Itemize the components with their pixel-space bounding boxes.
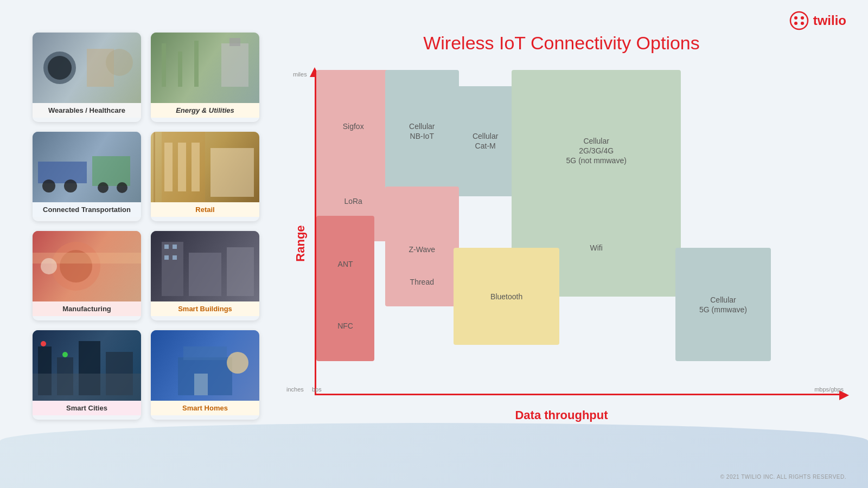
tech-box-nfc: NFC — [316, 290, 374, 361]
tile-transport-label: Connected Transportation — [33, 202, 141, 217]
tile-wearables-image — [33, 33, 141, 103]
tile-smart-homes[interactable]: Smart Homes — [151, 330, 259, 420]
page: twilio Wearables / Healthcare Energy & U… — [0, 0, 868, 488]
tech-box-5g-mmwave: Cellular5G (mmwave) — [675, 248, 770, 361]
y-axis-top-label: miles — [293, 71, 307, 78]
chart-container: Range miles inches Data throughput bps m… — [271, 65, 852, 422]
tile-retail-label: Retail — [151, 202, 259, 217]
x-axis-label: Data throughput — [515, 408, 608, 422]
tile-transport[interactable]: Connected Transportation — [33, 132, 141, 221]
tile-manufacturing[interactable]: Manufacturing — [33, 231, 141, 320]
y-axis-label: Range — [293, 225, 308, 261]
tile-energy[interactable]: Energy & Utilities — [151, 33, 259, 122]
tile-smart-buildings[interactable]: Smart Buildings — [151, 231, 259, 320]
tile-smart-homes-label: Smart Homes — [151, 401, 259, 415]
tech-box-nb-iot: CellularNB-IoT — [385, 70, 459, 193]
tile-smart-cities[interactable]: Smart Cities — [33, 330, 141, 420]
twilio-logo-text: twilio — [813, 13, 846, 28]
tile-transport-image — [33, 132, 141, 202]
svg-point-2 — [801, 16, 804, 20]
tile-energy-label: Energy & Utilities — [151, 103, 259, 118]
footer-copyright: © 2021 TWILIO INC. ALL RIGHTS RESERVED. — [720, 474, 846, 480]
tile-smart-cities-label: Smart Cities — [33, 401, 141, 415]
plot-area: Sigfox LoRa CellularNB-IoT CellularCat-M… — [316, 70, 845, 394]
tile-retail[interactable]: Retail — [151, 132, 259, 221]
tile-manufacturing-label: Manufacturing — [33, 301, 141, 316]
tile-wearables-label: Wearables / Healthcare — [33, 103, 141, 118]
svg-point-4 — [801, 22, 804, 25]
x-axis-line — [315, 394, 846, 395]
tile-manufacturing-image — [33, 231, 141, 301]
tile-smart-cities-image — [33, 330, 141, 401]
svg-point-3 — [794, 22, 797, 25]
category-tiles-panel: Wearables / Healthcare Energy & Utilitie… — [33, 33, 259, 420]
y-axis-bottom-label: inches — [286, 386, 304, 393]
tile-retail-image — [151, 132, 259, 202]
tech-box-thread: Thread — [385, 258, 459, 306]
svg-point-1 — [794, 16, 797, 20]
chart-title: Wireless IoT Connectivity Options — [271, 33, 852, 54]
chart-panel: Wireless IoT Connectivity Options Range … — [271, 27, 852, 455]
tile-wearables[interactable]: Wearables / Healthcare — [33, 33, 141, 122]
tech-box-bluetooth: Bluetooth — [454, 248, 559, 345]
tile-smart-buildings-image — [151, 231, 259, 301]
tile-energy-image — [151, 33, 259, 103]
tile-smart-buildings-label: Smart Buildings — [151, 301, 259, 316]
tile-smart-homes-image — [151, 330, 259, 401]
